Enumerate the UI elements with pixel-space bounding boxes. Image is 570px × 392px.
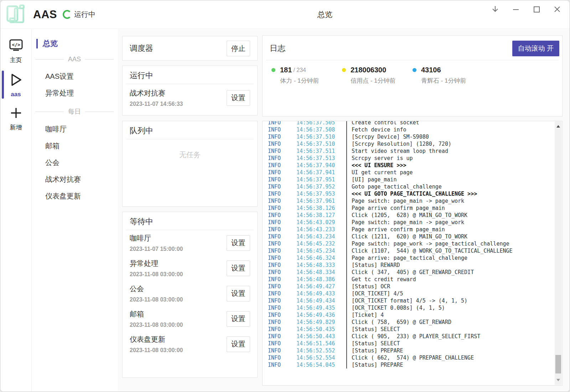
log-line: INFO14:56:50.443Click ( 905, 233) @ PLAY… [268, 333, 562, 340]
log-time: 14:56:48.333 [296, 262, 346, 269]
log-line: INFO14:56:52.554Click ( 662, 574) @ PREP… [268, 354, 562, 361]
menu-item-1-4[interactable]: 仪表盘更新 [32, 188, 118, 205]
log-level: INFO [268, 361, 296, 368]
log-line: INFO14:56:38.127Click (1205, 628) @ MAIN… [268, 212, 562, 219]
log-stat: 218006300信用点 - 1分钟前 [342, 66, 413, 85]
log-level: INFO [268, 276, 296, 283]
log-line: INFO14:56:37.513Scrcpy server is up [268, 155, 562, 162]
queue-empty-text: 无任务 [123, 139, 257, 160]
task-settings-button[interactable]: 设置 [227, 90, 250, 106]
log-title: 日志 [270, 43, 285, 54]
log-time: 14:56:49.427 [296, 283, 346, 290]
scheduler-title: 调度器 [130, 43, 153, 54]
play-icon [9, 72, 23, 89]
rail-item-add[interactable]: 新增 [0, 102, 31, 135]
log-level: INFO [268, 140, 296, 148]
log-message: Click ( 758, 659) @ GET_REWARD [346, 319, 451, 326]
window-controls [491, 5, 562, 14]
log-message: Click (1205, 628) @ MAIN_GO_TO_WORK [346, 212, 467, 219]
rail-item-aas[interactable]: aas [0, 68, 31, 102]
download-icon[interactable] [491, 5, 500, 14]
log-time: 14:56:37.510 [296, 133, 346, 140]
log-level: INFO [268, 133, 296, 140]
log-level: INFO [268, 319, 296, 326]
log-message: [Status] PREPARE [346, 361, 403, 368]
maximize-icon[interactable] [532, 5, 541, 14]
log-line: INFO14:56:48.386Get tc credit reward [268, 276, 562, 283]
scheduler-card: 调度器 停止 [122, 36, 258, 61]
running-spinner-icon [63, 10, 72, 19]
log-message: [Status] OCR [346, 283, 390, 290]
log-message: [Status] SELECT [346, 326, 400, 333]
log-message: Page arrive confirm page_main [346, 205, 445, 212]
log-time: 14:56:45.234 [296, 247, 346, 254]
plus-icon [9, 106, 23, 122]
code-monitor-icon: </> [8, 38, 24, 54]
log-line: INFO14:56:51.546[Status] SELECT [268, 340, 562, 347]
task-settings-button[interactable]: 设置 [227, 311, 250, 327]
waiting-task-row: 邮箱2023-11-08 03:00:00设置 [123, 306, 257, 331]
menu-item-0-1[interactable]: 异常处理 [32, 85, 118, 102]
log-line: INFO14:56:37.508Fetch device info [268, 126, 562, 133]
scrollbar-thumb[interactable] [555, 355, 561, 373]
log-message: [Status] REWARD [346, 262, 400, 269]
log-time: 14:56:50.443 [296, 333, 346, 340]
task-settings-button[interactable]: 设置 [227, 336, 250, 352]
log-time: 14:56:37.961 [296, 197, 346, 205]
task-name: 异常处理 [130, 259, 183, 268]
task-settings-button[interactable]: 设置 [227, 261, 250, 276]
divider-line [35, 59, 64, 60]
log-message: Page switch: page_main -> page_work [346, 197, 464, 205]
log-time: 14:56:45.232 [296, 240, 346, 247]
log-level: INFO [268, 247, 296, 254]
stat-value: 218006300 [351, 66, 386, 74]
log-message: Fetch device info [346, 126, 406, 133]
log-time: 14:56:43.234 [296, 233, 346, 240]
menu-item-1-1[interactable]: 邮箱 [32, 138, 118, 154]
log-message: <<< UI ENSURE >>> [346, 162, 406, 169]
task-name: 咖啡厅 [130, 233, 183, 243]
stop-button[interactable]: 停止 [227, 41, 250, 56]
minimize-icon[interactable] [511, 5, 520, 14]
log-time: 14:56:49.435 [296, 304, 346, 311]
log-message: [OCR_TICKET format] 4/5 -> (4, 1, 5) [346, 297, 467, 304]
app-window: AAS 运行中 总览 </> 主页 [0, 0, 570, 392]
task-name: 公会 [130, 284, 183, 294]
task-time: 2023-11-07 15:00:00 [130, 246, 183, 252]
menu-section-label: 每日 [68, 107, 81, 116]
autoscroll-toggle[interactable]: 自动滚动 开 [512, 41, 559, 56]
log-message: <<< UI GOTO PAGE_TACTICAL_CHALLENGE >>> [346, 190, 477, 197]
task-settings-button[interactable]: 设置 [227, 286, 250, 301]
queue-card: 队列中 无任务 [122, 121, 258, 207]
scroll-up-icon[interactable] [556, 125, 560, 128]
log-level: INFO [268, 262, 296, 269]
menu-item-1-0[interactable]: 咖啡厅 [32, 121, 118, 138]
log-output[interactable]: INFO14:56:37.505Create control socketINF… [262, 121, 563, 386]
menu-item-1-2[interactable]: 公会 [32, 154, 118, 171]
log-stat: 43106青辉石 - 1分钟前 [413, 66, 483, 85]
log-level: INFO [268, 340, 296, 347]
log-time: 14:56:37.505 [296, 121, 346, 126]
task-time: 2023-11-08 03:00:00 [130, 322, 183, 328]
log-line: INFO14:56:37.961Page switch: page_main -… [268, 197, 562, 205]
task-settings-button[interactable]: 设置 [227, 235, 250, 251]
app-logo-icon [5, 4, 27, 26]
stat-label: 体力 - 1分钟前 [280, 77, 342, 85]
log-line: INFO14:56:43.233Page arrive confirm page… [268, 226, 562, 233]
log-scrollbar[interactable] [555, 122, 562, 385]
log-line: INFO14:56:37.951[UI] page_main [268, 176, 562, 183]
log-message: [Status] PREPARE [346, 347, 403, 354]
log-level: INFO [268, 283, 296, 290]
scroll-down-icon[interactable] [556, 379, 560, 381]
close-icon[interactable] [553, 5, 562, 14]
log-line: INFO14:56:49.434[OCR_TICKET format] 4/5 … [268, 297, 562, 304]
log-message: Page arrive: page_tactical_challenge [346, 254, 467, 262]
menu-item-overview[interactable]: 总览 [32, 38, 118, 48]
menu-item-0-0[interactable]: AAS设置 [32, 68, 118, 85]
queue-title: 队列中 [130, 125, 153, 136]
menu-item-1-3[interactable]: 战术对抗赛 [32, 171, 118, 188]
rail-item-home[interactable]: </> 主页 [0, 34, 31, 68]
log-line: INFO14:56:48.333[Status] REWARD [268, 262, 562, 269]
task-name: 战术对抗赛 [130, 88, 183, 98]
resource-stats: 181 / 234体力 - 1分钟前218006300信用点 - 1分钟前431… [263, 60, 562, 85]
